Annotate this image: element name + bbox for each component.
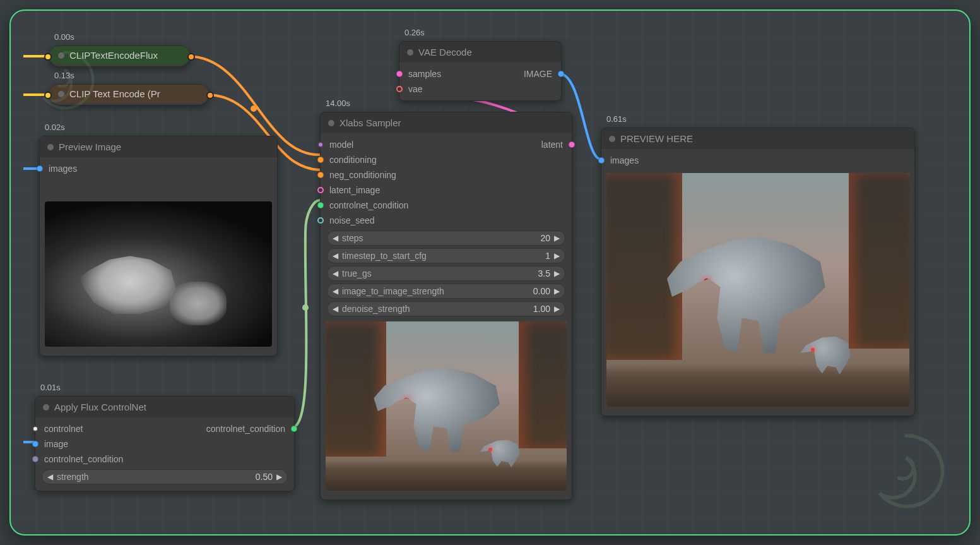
node-xlabs-sampler[interactable]: 14.00s Xlabs Sampler model latent condit… [320, 112, 572, 500]
node-title-label: CLIPTextEncodeFlux [69, 50, 158, 61]
arrow-left-icon[interactable]: ◀ [333, 304, 338, 313]
port-images[interactable]: images [601, 153, 914, 168]
port-controlnet-condition-out[interactable]: controlnet_condition [165, 421, 294, 436]
arrow-left-icon[interactable]: ◀ [333, 269, 338, 278]
node-time: 0.26s [404, 28, 425, 37]
node-time: 0.13s [54, 71, 74, 80]
widget-strength[interactable]: ◀ strength 0.50 ▶ [42, 469, 288, 484]
node-title-label: PREVIEW HERE [620, 133, 693, 144]
collapse-dot[interactable] [609, 136, 615, 142]
node-clip-text-encode-pr[interactable]: 0.13s CLIP Text Encode (Pr [49, 84, 210, 105]
node-graph-canvas[interactable]: 0.00s CLIPTextEncodeFlux 0.13s CLIP Text… [9, 9, 971, 536]
widget-true-gs[interactable]: ◀ true_gs 3.5 ▶ [327, 266, 565, 281]
widget-i2i-strength[interactable]: ◀ image_to_image_strength 0.00 ▶ [327, 284, 565, 299]
port-controlnet[interactable]: controlnet [35, 421, 165, 436]
node-vae-decode[interactable]: 0.26s VAE Decode samples IMAGE vae [399, 41, 562, 101]
collapse-dot[interactable] [47, 144, 54, 150]
node-apply-flux-controlnet[interactable]: 0.01s Apply Flux ControlNet controlnet c… [35, 396, 295, 491]
collapse-dot[interactable] [328, 120, 334, 126]
port-model[interactable]: model [321, 137, 446, 152]
node-title-label: Apply Flux ControlNet [54, 402, 146, 412]
brand-logo-icon [862, 427, 950, 515]
arrow-right-icon[interactable]: ▶ [554, 287, 560, 296]
port-controlnet-condition-in[interactable]: controlnet_condition [35, 452, 294, 467]
node-time: 0.01s [40, 383, 61, 392]
svg-point-1 [302, 304, 309, 311]
output-port[interactable] [206, 92, 214, 99]
arrow-left-icon[interactable]: ◀ [333, 251, 338, 260]
node-clip-text-encode-flux[interactable]: 0.00s CLIPTextEncodeFlux [49, 45, 191, 67]
arrow-left-icon[interactable]: ◀ [333, 234, 338, 243]
sampler-preview-image [326, 321, 567, 491]
node-title-label: CLIP Text Encode (Pr [69, 88, 160, 99]
node-preview-here[interactable]: 0.61s PREVIEW HERE images [601, 128, 915, 416]
port-neg-conditioning[interactable]: neg_conditioning [321, 167, 572, 183]
widget-timestep[interactable]: ◀ timestep_to_start_cfg 1 ▶ [327, 248, 565, 263]
port-noise-seed[interactable]: noise_seed [321, 213, 572, 228]
arrow-right-icon[interactable]: ▶ [276, 472, 282, 481]
port-controlnet-condition[interactable]: controlnet_condition [321, 198, 572, 213]
preview-image-output [45, 201, 272, 347]
arrow-right-icon[interactable]: ▶ [554, 234, 560, 243]
port-image-out[interactable]: IMAGE [480, 66, 561, 81]
arrow-left-icon[interactable]: ◀ [47, 472, 53, 481]
widget-steps[interactable]: ◀ steps 20 ▶ [327, 231, 565, 246]
svg-point-0 [251, 105, 257, 112]
node-preview-image[interactable]: 0.02s Preview Image images [39, 136, 278, 356]
node-title-label: Preview Image [59, 141, 121, 152]
port-conditioning[interactable]: conditioning [321, 152, 572, 167]
widget-denoise-strength[interactable]: ◀ denoise_strength 1.00 ▶ [327, 301, 565, 316]
collapse-dot[interactable] [407, 49, 413, 56]
node-time: 0.02s [45, 123, 65, 132]
port-images[interactable]: images [40, 161, 277, 176]
node-time: 0.61s [606, 114, 627, 124]
arrow-right-icon[interactable]: ▶ [554, 251, 560, 260]
collapse-dot[interactable] [58, 91, 64, 97]
port-latent-image[interactable]: latent_image [321, 183, 572, 198]
port-image[interactable]: image [35, 436, 294, 452]
input-port[interactable] [44, 53, 52, 61]
input-port[interactable] [44, 92, 52, 99]
arrow-right-icon[interactable]: ▶ [554, 304, 560, 313]
node-time: 0.00s [54, 32, 74, 42]
collapse-dot[interactable] [58, 52, 64, 59]
port-samples[interactable]: samples [399, 66, 480, 81]
port-latent-out[interactable]: latent [446, 137, 572, 152]
arrow-left-icon[interactable]: ◀ [333, 287, 338, 296]
port-vae[interactable]: vae [399, 81, 561, 97]
arrow-right-icon[interactable]: ▶ [554, 269, 560, 278]
output-port[interactable] [187, 53, 195, 61]
node-time: 14.00s [326, 99, 350, 108]
node-title-label: Xlabs Sampler [339, 117, 401, 128]
collapse-dot[interactable] [43, 404, 49, 410]
final-preview-image [606, 173, 909, 407]
node-title-label: VAE Decode [418, 47, 472, 57]
